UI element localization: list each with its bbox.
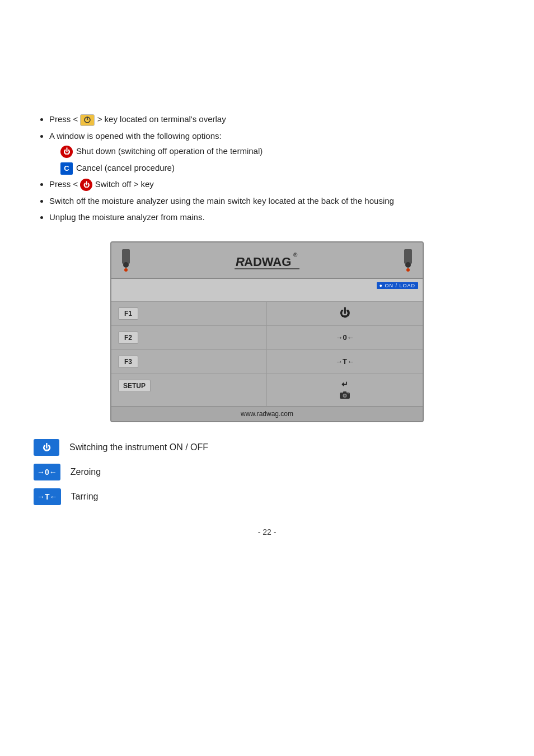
key-power-cell: ⏻ (267, 301, 423, 325)
svg-point-10 (405, 262, 411, 268)
sub-item-cancel: C Cancel (cancel procedure) (60, 161, 500, 175)
camera-icon (340, 391, 350, 400)
svg-text:®: ® (293, 252, 298, 258)
key-f1[interactable]: F1 (118, 307, 138, 320)
shutdown-icon: ⏻ (60, 144, 73, 158)
legend-row-0: ⏻ Switching the instrument ON / OFF (34, 439, 500, 456)
svg-point-11 (406, 268, 410, 272)
terminal-top-bar: R ADWAG ® (111, 242, 423, 279)
key-enter-cell: ↵ (267, 374, 423, 406)
legend-zeroing-label: Zeroing (71, 467, 101, 477)
switchoff-icon: ⏻ (80, 179, 92, 191)
key-setup-cell: SETUP (111, 374, 267, 406)
terminal-website: www.radwag.com (241, 410, 293, 418)
key-f2-cell: F2 (111, 325, 267, 349)
legend-row-2: →T← Tarring (34, 488, 500, 505)
key-f3[interactable]: F3 (118, 356, 138, 368)
bullet-item-4: Switch off the moisture analyzer using t… (49, 194, 500, 208)
key-power[interactable]: ⏻ (340, 307, 350, 319)
key-enter[interactable]: ↵ (341, 380, 348, 389)
key-f3-cell: F3 (111, 349, 267, 374)
left-speaker-icon (120, 248, 137, 274)
sub-list: ⏻ Shut down (switching off operation of … (49, 144, 500, 175)
legend-power-key-symbol: ⏻ (43, 443, 50, 452)
key-taring-cell: →T← (267, 349, 423, 374)
terminal-body: R ADWAG ® ● ON / LOAD F1 (110, 241, 424, 422)
svg-text:ADWAG: ADWAG (244, 255, 291, 269)
terminal-keys: F1 ⏻ F2 →0← F3 →T← SETUP (111, 301, 423, 406)
legend-taring-key-symbol: →T← (37, 492, 58, 501)
svg-rect-15 (343, 391, 346, 393)
svg-point-3 (123, 262, 129, 268)
bullet-list-section: Press < > key located on terminal's over… (34, 112, 500, 225)
legend-zeroing-key-symbol: →0← (37, 468, 57, 477)
legend-row-1: →0← Zeroing (34, 464, 500, 480)
bullet-item-1-pre: Press < (49, 114, 78, 124)
svg-rect-9 (404, 249, 412, 264)
terminal-diagram: R ADWAG ® ● ON / LOAD F1 (110, 241, 424, 422)
bullet-item-1: Press < > key located on terminal's over… (49, 112, 500, 127)
page-number: - 22 - (34, 528, 500, 536)
on-load-badge: ● ON / LOAD (377, 282, 418, 289)
legend-power-key: ⏻ (34, 439, 59, 456)
legend-power-label: Switching the instrument ON / OFF (69, 442, 208, 452)
svg-rect-2 (122, 249, 130, 264)
legend-taring-key: →T← (34, 488, 61, 505)
key-zeroing[interactable]: →0← (335, 333, 354, 342)
cancel-icon: C (60, 161, 73, 175)
legend-section: ⏻ Switching the instrument ON / OFF →0← … (34, 439, 500, 505)
key-f2[interactable]: F2 (118, 332, 138, 344)
svg-rect-16 (348, 393, 349, 394)
svg-point-14 (344, 394, 346, 396)
terminal-screen: ● ON / LOAD (111, 279, 423, 301)
key-taring[interactable]: →T← (335, 357, 354, 366)
bullet-item-5: Unplug the moisture analyzer from mains. (49, 210, 500, 225)
terminal-logo: R ADWAG ® (233, 250, 301, 272)
sub-item-shutdown: ⏻ Shut down (switching off operation of … (60, 144, 500, 158)
bullet-item-3: Press < ⏻ Switch off > key (49, 177, 500, 192)
key-zeroing-cell: →0← (267, 325, 423, 349)
power-key-inline (80, 114, 95, 126)
bullet-item-1-post: > key located on terminal's overlay (97, 114, 226, 124)
legend-zeroing-key: →0← (34, 464, 60, 480)
key-f1-cell: F1 (111, 301, 267, 325)
legend-taring-label: Tarring (71, 492, 99, 502)
bullet-item-2: A window is opened with the following op… (49, 129, 500, 175)
terminal-bottom-bar: www.radwag.com (111, 406, 423, 421)
key-setup[interactable]: SETUP (118, 380, 151, 392)
right-speaker-icon (397, 248, 414, 274)
svg-point-4 (124, 268, 128, 272)
svg-text:R: R (236, 255, 245, 269)
